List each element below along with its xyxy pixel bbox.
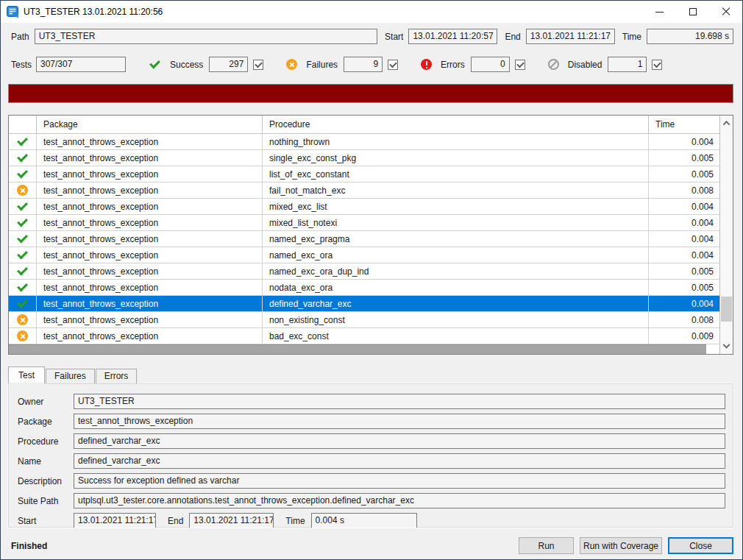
disabled-count-field[interactable]: 1 bbox=[608, 57, 647, 72]
detail-end-field[interactable]: 13.01.2021 11:21:17 bbox=[189, 513, 274, 528]
close-icon bbox=[722, 7, 730, 16]
row-status-cell bbox=[9, 280, 37, 295]
title-bar: UT3_TESTER 13.01.2021 11:20:56 bbox=[1, 1, 742, 23]
detail-time-field[interactable]: 0.004 s bbox=[311, 513, 417, 528]
scroll-up-button[interactable] bbox=[720, 117, 733, 129]
success-count-field[interactable]: 297 bbox=[209, 57, 248, 72]
table-header-row: Package Procedure Time bbox=[9, 116, 719, 134]
time-field[interactable]: 19.698 s bbox=[647, 29, 733, 44]
row-status-cell bbox=[9, 296, 37, 311]
chevron-up-icon bbox=[723, 120, 730, 127]
row-time-cell: 0.004 bbox=[649, 134, 719, 149]
table-row[interactable]: test_annot_throws_exceptionbad_exc_const… bbox=[9, 328, 719, 344]
table-row[interactable]: test_annot_throws_exceptionmixed_exc_lis… bbox=[9, 199, 719, 215]
description-label: Description bbox=[18, 476, 74, 486]
tab-failures[interactable]: Failures bbox=[46, 369, 95, 383]
row-status-cell bbox=[9, 134, 37, 149]
failure-x-icon bbox=[17, 185, 28, 196]
failures-checkbox[interactable] bbox=[388, 60, 398, 70]
start-field[interactable]: 13.01.2021 11:20:57 bbox=[408, 29, 497, 44]
table-row[interactable]: test_annot_throws_exceptionnodata_exc_or… bbox=[9, 280, 719, 296]
row-package-cell: test_annot_throws_exception bbox=[37, 166, 263, 182]
scrollbar-thumb[interactable] bbox=[721, 297, 732, 322]
success-checkbox[interactable] bbox=[253, 60, 263, 70]
tab-test[interactable]: Test bbox=[8, 366, 45, 383]
disabled-checkbox[interactable] bbox=[652, 60, 662, 70]
success-check-icon bbox=[16, 201, 29, 212]
detail-package-label: Package bbox=[18, 417, 74, 427]
app-icon bbox=[7, 6, 19, 18]
package-column-header[interactable]: Package bbox=[37, 116, 263, 133]
table-row[interactable]: test_annot_throws_exceptionlist_of_exc_c… bbox=[9, 166, 719, 182]
table-row[interactable]: test_annot_throws_exceptiondefined_varch… bbox=[9, 296, 719, 312]
run-summary-row: Path UT3_TESTER Start 13.01.2021 11:20:5… bbox=[11, 29, 733, 44]
table-row[interactable]: test_annot_throws_exceptionnothing_throw… bbox=[9, 134, 719, 150]
row-procedure-cell: non_existing_const bbox=[263, 312, 649, 327]
scroll-down-button[interactable] bbox=[720, 341, 733, 352]
row-time-cell: 0.008 bbox=[649, 312, 719, 327]
row-time-cell: 0.008 bbox=[649, 182, 719, 198]
footer-bar: Finished Run Run with Coverage Close bbox=[11, 537, 733, 554]
path-field[interactable]: UT3_TESTER bbox=[35, 29, 377, 44]
table-row[interactable]: test_annot_throws_exceptionsingle_exc_co… bbox=[9, 150, 719, 166]
vertical-scrollbar[interactable] bbox=[719, 116, 733, 354]
errors-stat-group: Errors 0 bbox=[421, 57, 525, 72]
suite-path-field[interactable]: utplsql.ut3_tester.core.annotations.test… bbox=[74, 493, 725, 508]
table-row[interactable]: test_annot_throws_exceptionmixed_list_no… bbox=[9, 215, 719, 231]
errors-count-field[interactable]: 0 bbox=[471, 57, 510, 72]
minimize-button[interactable] bbox=[643, 1, 676, 23]
row-time-cell: 0.005 bbox=[649, 150, 719, 166]
end-field[interactable]: 13.01.2021 11:21:17 bbox=[526, 29, 615, 44]
detail-tabs-area: Test Failures Errors Owner UT3_TESTER Pa… bbox=[8, 366, 733, 528]
description-field[interactable]: Success for exception defined as varchar bbox=[74, 473, 725, 489]
owner-field[interactable]: UT3_TESTER bbox=[74, 394, 725, 409]
failures-count-field[interactable]: 9 bbox=[344, 57, 383, 72]
errors-checkbox[interactable] bbox=[515, 60, 525, 70]
success-check-icon bbox=[16, 136, 29, 147]
status-column-header[interactable] bbox=[9, 116, 37, 133]
run-button[interactable]: Run bbox=[519, 537, 574, 554]
maximize-button[interactable] bbox=[676, 1, 709, 23]
close-button[interactable]: Close bbox=[668, 537, 733, 554]
app-window: UT3_TESTER 13.01.2021 11:20:56 Path UT3_… bbox=[0, 0, 743, 560]
row-time-cell: 0.004 bbox=[649, 215, 719, 230]
row-procedure-cell: single_exc_const_pkg bbox=[263, 150, 649, 166]
results-table: Package Procedure Time test_annot_throws… bbox=[8, 115, 733, 355]
minimize-icon bbox=[655, 12, 664, 13]
detail-procedure-field[interactable]: defined_varchar_exc bbox=[74, 433, 725, 449]
detail-start-label: Start bbox=[18, 516, 74, 526]
table-row[interactable]: test_annot_throws_exceptionfail_not_matc… bbox=[9, 182, 719, 199]
row-status-cell bbox=[9, 247, 37, 263]
horizontal-scrollbar[interactable] bbox=[9, 344, 706, 354]
progress-bar bbox=[9, 85, 733, 102]
table-row[interactable]: test_annot_throws_exceptionnamed_exc_pra… bbox=[9, 231, 719, 247]
row-status-cell bbox=[9, 263, 37, 279]
procedure-column-header[interactable]: Procedure bbox=[263, 116, 649, 133]
close-window-button[interactable] bbox=[709, 1, 742, 23]
run-with-coverage-button[interactable]: Run with Coverage bbox=[580, 537, 662, 554]
row-time-cell: 0.004 bbox=[649, 199, 719, 214]
row-time-cell: 0.004 bbox=[649, 247, 719, 263]
test-detail-panel: Owner UT3_TESTER Package test_annot_thro… bbox=[8, 383, 733, 528]
detail-package-field[interactable]: test_annot_throws_exception bbox=[74, 414, 725, 429]
success-label: Success bbox=[170, 60, 203, 70]
path-label: Path bbox=[11, 32, 29, 42]
table-row[interactable]: test_annot_throws_exceptionnon_existing_… bbox=[9, 312, 719, 328]
detail-start-field[interactable]: 13.01.2021 11:21:17 bbox=[74, 513, 156, 528]
row-status-cell bbox=[9, 166, 37, 182]
tab-strip: Test Failures Errors bbox=[8, 366, 733, 383]
table-row[interactable]: test_annot_throws_exceptionnamed_exc_ora… bbox=[9, 263, 719, 280]
row-package-cell: test_annot_throws_exception bbox=[37, 134, 263, 149]
start-label: Start bbox=[385, 32, 403, 42]
failures-stat-group: Failures 9 bbox=[286, 57, 398, 72]
row-status-cell bbox=[9, 150, 37, 166]
row-package-cell: test_annot_throws_exception bbox=[37, 263, 263, 279]
tab-errors[interactable]: Errors bbox=[96, 369, 138, 383]
name-field[interactable]: defined_varchar_exc bbox=[74, 453, 725, 469]
tests-count-field[interactable]: 307/307 bbox=[36, 57, 126, 72]
table-row[interactable]: test_annot_throws_exceptionnamed_exc_ora… bbox=[9, 247, 719, 263]
time-column-header[interactable]: Time bbox=[649, 116, 719, 133]
detail-procedure-label: Procedure bbox=[18, 436, 74, 447]
row-procedure-cell: mixed_list_notexi bbox=[263, 215, 649, 230]
row-status-cell bbox=[9, 182, 37, 198]
